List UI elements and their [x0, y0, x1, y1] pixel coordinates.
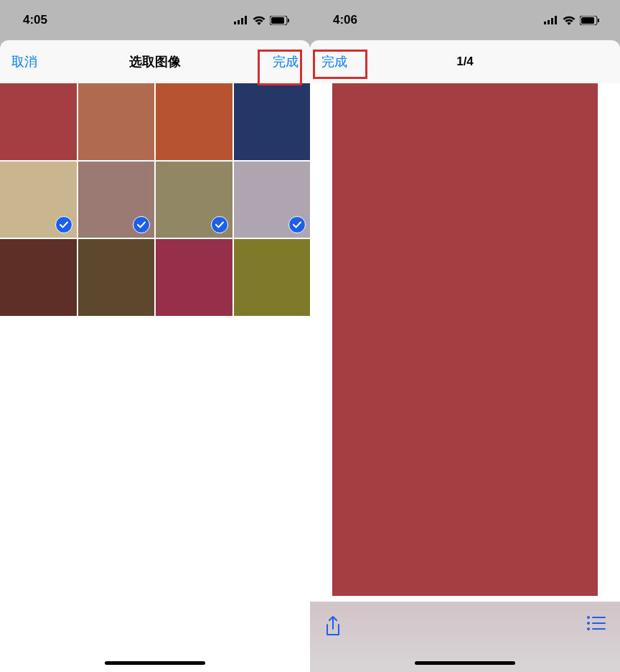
status-icons: [234, 16, 290, 25]
picker-content: [0, 83, 310, 672]
status-time: 4:05: [23, 13, 47, 27]
cancel-button[interactable]: 取消: [11, 53, 37, 70]
picker-nav-bar: 取消 选取图像 完成: [0, 40, 310, 83]
wifi-icon: [563, 16, 576, 25]
battery-icon: [270, 16, 290, 25]
image-tile[interactable]: [156, 83, 232, 160]
image-tile[interactable]: [234, 239, 311, 316]
picker-title: 选取图像: [129, 53, 181, 70]
image-tile[interactable]: [156, 239, 232, 316]
image-tile[interactable]: [0, 83, 77, 160]
image-grid: [0, 83, 310, 316]
status-icons: [544, 16, 600, 25]
svg-rect-8: [548, 20, 550, 24]
check-icon: [133, 216, 150, 233]
battery-icon: [580, 16, 600, 25]
home-indicator[interactable]: [105, 661, 205, 665]
done-button[interactable]: 完成: [321, 53, 347, 70]
preview-toolbar: [310, 602, 620, 672]
image-tile[interactable]: [234, 83, 311, 160]
image-picker-screen: 4:05 取消 选取图像 完成: [0, 0, 310, 672]
status-time: 4:06: [333, 13, 357, 27]
home-indicator[interactable]: [415, 661, 515, 665]
svg-rect-13: [598, 19, 599, 22]
preview-image: [332, 83, 598, 596]
check-icon: [55, 216, 72, 233]
svg-rect-6: [288, 19, 289, 22]
preview-nav-bar: 完成 1/4: [310, 40, 620, 83]
image-tile[interactable]: [78, 83, 155, 160]
image-tile[interactable]: [78, 162, 155, 238]
svg-rect-1: [238, 20, 240, 24]
svg-point-16: [587, 622, 590, 625]
signal-icon: [234, 16, 248, 24]
svg-rect-9: [551, 18, 553, 24]
preview-area[interactable]: [310, 83, 620, 602]
check-icon: [288, 216, 306, 233]
svg-point-18: [587, 627, 590, 630]
list-button[interactable]: [587, 616, 606, 633]
svg-point-14: [587, 616, 590, 619]
check-icon: [211, 216, 228, 233]
svg-rect-17: [592, 622, 606, 624]
image-tile[interactable]: [156, 162, 232, 238]
done-button[interactable]: 完成: [273, 53, 299, 70]
share-button[interactable]: [324, 616, 342, 640]
svg-rect-5: [271, 17, 284, 24]
signal-icon: [544, 16, 558, 24]
svg-rect-12: [581, 17, 594, 24]
svg-rect-19: [592, 628, 606, 630]
page-counter: 1/4: [456, 55, 474, 69]
image-tile[interactable]: [78, 239, 155, 316]
svg-rect-2: [241, 18, 243, 24]
image-tile[interactable]: [0, 162, 77, 238]
svg-rect-0: [234, 22, 236, 24]
image-tile[interactable]: [0, 239, 77, 316]
svg-rect-10: [555, 16, 557, 24]
image-preview-screen: 4:06 完成 1/4: [310, 0, 620, 672]
svg-rect-3: [245, 16, 247, 24]
svg-rect-7: [544, 22, 546, 24]
svg-rect-15: [592, 617, 606, 618]
status-bar: 4:06: [310, 0, 620, 40]
image-tile[interactable]: [234, 162, 311, 238]
status-bar: 4:05: [0, 0, 310, 40]
wifi-icon: [253, 16, 266, 25]
